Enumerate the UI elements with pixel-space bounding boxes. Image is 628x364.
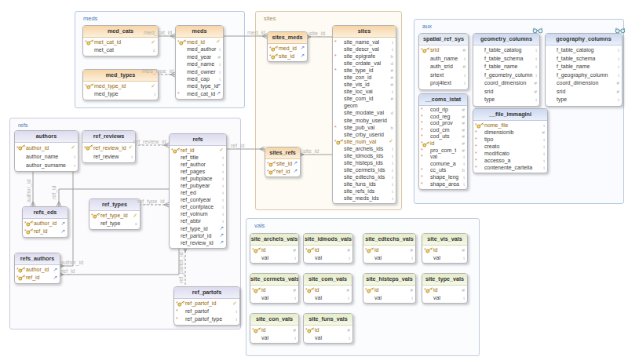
field-row-geometry_columns-type[interactable]: typet bbox=[473, 96, 539, 104]
table-ref_reviews[interactable]: ref_reviews*ref_review_id✓ref_reviewt bbox=[82, 130, 136, 163]
field-row-sites-site_modate_val[interactable]: site_modate_vald bbox=[333, 109, 396, 116]
table-header-refs_authors[interactable]: refs_authors bbox=[15, 253, 60, 265]
field-row-sites-site_cermets_ids[interactable]: site_cermets_idst bbox=[333, 166, 396, 173]
table-ref_types[interactable]: ref_types*ref_type_id✓ref_typec bbox=[89, 198, 141, 230]
field-row-__coms_istat-id[interactable]: *id# bbox=[419, 140, 467, 147]
field-row-refs-ref_pages[interactable]: ref_pagest bbox=[170, 168, 226, 175]
field-row-sites-site_histeps_ids[interactable]: site_histeps_idst bbox=[333, 159, 396, 166]
field-row-site_type_vals-id[interactable]: *id# bbox=[422, 286, 467, 294]
field-row-site_funs_vals-val[interactable]: valt bbox=[304, 334, 352, 342]
table-header-site_con_vals[interactable]: site_con_vals bbox=[250, 314, 298, 326]
field-row-site_archels_vals-val[interactable]: valt bbox=[250, 254, 298, 262]
table-site_funs_vals[interactable]: site_funs_vals*id#valt bbox=[303, 313, 353, 344]
field-row-sites-site_edtechs_ids[interactable]: site_edtechs_idst bbox=[333, 173, 396, 180]
field-row-__coms_istat-val[interactable]: *valt bbox=[419, 154, 467, 161]
table-header-spatial_ref_sys[interactable]: spatial_ref_sys bbox=[419, 34, 468, 46]
field-row-__file_immagini-tipo[interactable]: *tipot bbox=[473, 136, 547, 143]
field-row-refs-ref_title[interactable]: ref_titlet bbox=[170, 154, 226, 161]
field-row-__coms_istat-cod_prov[interactable]: *cod_prov# bbox=[419, 120, 467, 127]
field-row-sites-site_vis_id[interactable]: site_vis_id# bbox=[333, 81, 396, 88]
field-row-site_archels_vals-id[interactable]: *id# bbox=[250, 246, 298, 254]
field-row-refs_authors-author_id[interactable]: *author_id↗ bbox=[15, 266, 60, 274]
field-row-refs-ref_type_id[interactable]: ref_type_id↗ bbox=[170, 225, 226, 232]
table-header-refs_eds[interactable]: refs_eds bbox=[23, 207, 68, 219]
field-row-geography_columns-f_table_name[interactable]: f_table_namet bbox=[546, 63, 622, 71]
field-row-__file_immagini-nome_file[interactable]: *nome_filet bbox=[473, 122, 547, 129]
field-row-site_histeps_vals-id[interactable]: *id# bbox=[363, 286, 415, 294]
field-row-sites_meds-site_id[interactable]: *site_id↗ bbox=[268, 53, 307, 60]
field-row-__coms_istat-comune_a[interactable]: comune_at bbox=[419, 161, 467, 168]
field-row-site_con_vals-id[interactable]: *id# bbox=[250, 326, 298, 334]
table-sites_refs[interactable]: sites_refs*site_id↗*ref_id↗ bbox=[265, 147, 301, 177]
field-row-spatial_ref_sys-proj4text[interactable]: proj4textt bbox=[419, 79, 468, 88]
field-row-sites-site_name_val[interactable]: *site_name_valt bbox=[333, 38, 396, 46]
field-row-sites-site_meds_ids[interactable]: site_meds_idst bbox=[333, 195, 396, 202]
field-row-meds-med_author[interactable]: med_authort bbox=[176, 46, 223, 53]
table-header-site_vis_vals[interactable]: site_vis_vals bbox=[422, 234, 467, 246]
field-row-sites-site_type_id[interactable]: *site_type_id# bbox=[333, 67, 396, 74]
field-row-meds-med_owner[interactable]: med_ownert bbox=[176, 68, 223, 75]
field-row-__coms_istat-pro_com_t[interactable]: *pro_com_t# bbox=[419, 147, 467, 155]
field-row-site_histeps_vals-val[interactable]: valt bbox=[363, 294, 415, 302]
field-row-sites-site_num_val[interactable]: *site_num_val✓ bbox=[333, 138, 396, 145]
field-row-refs-ref_pubplace[interactable]: ref_pubplacet bbox=[170, 175, 226, 182]
table-__coms_istat[interactable]: __coms_istat*cod_rip#*cod_reg#*cod_prov#… bbox=[418, 93, 468, 190]
field-row-refs_eds-ref_id[interactable]: *ref_id↗ bbox=[23, 228, 68, 235]
table-header-geography_columns[interactable]: geography_columns bbox=[546, 34, 622, 46]
field-row-site_com_vals-id[interactable]: *id# bbox=[304, 286, 352, 294]
field-row-ref_partofs-ref_partof_type[interactable]: *ref_partof_typet bbox=[174, 315, 239, 323]
field-row-refs-ref_id[interactable]: *ref_id✓ bbox=[170, 147, 226, 154]
field-row-refs-ref_abbr[interactable]: ref_abbrt bbox=[170, 217, 226, 224]
table-header-site_archels_vals[interactable]: site_archels_vals bbox=[250, 234, 298, 246]
field-row-ref_reviews-ref_review_id[interactable]: *ref_review_id✓ bbox=[82, 144, 135, 152]
field-row-site_vis_vals-id[interactable]: *id# bbox=[422, 246, 467, 254]
table-refs[interactable]: refs*ref_id✓ref_titletref_authortref_pag… bbox=[169, 133, 227, 249]
field-row-site_vis_vals-val[interactable]: valt bbox=[422, 254, 467, 262]
table-geography_columns[interactable]: geography_columnsf_table_catalogtf_table… bbox=[545, 33, 623, 107]
field-row-__file_immagini-accesso_a[interactable]: *accesso_at bbox=[473, 157, 547, 164]
table-header-__coms_istat[interactable]: __coms_istat bbox=[419, 94, 467, 106]
field-row-sites_refs-ref_id[interactable]: *ref_id↗ bbox=[265, 168, 300, 176]
field-row-refs-ref_confyear[interactable]: ref_confyeart bbox=[170, 196, 226, 203]
table-authors[interactable]: authors*author_id✓author_nametauthor_sur… bbox=[14, 130, 78, 172]
table-header-site_histeps_vals[interactable]: site_histeps_vals bbox=[363, 274, 415, 286]
field-row-geography_columns-srid[interactable]: srid# bbox=[546, 88, 622, 96]
field-row-refs-ref_author[interactable]: ref_authort bbox=[170, 161, 226, 168]
field-row-site_funs_vals-id[interactable]: *id# bbox=[304, 326, 352, 334]
field-row-ref_types-ref_type_id[interactable]: *ref_type_id✓ bbox=[89, 212, 140, 220]
field-row-spatial_ref_sys-auth_srid[interactable]: auth_srid# bbox=[419, 63, 468, 71]
table-header-ref_types[interactable]: ref_types bbox=[89, 199, 140, 211]
table-header-meds[interactable]: meds bbox=[176, 26, 223, 38]
table-header-__file_immagini[interactable]: __file_immagini bbox=[473, 109, 547, 121]
field-row-meds-med_id[interactable]: *med_id✓ bbox=[176, 38, 223, 46]
field-row-sites_refs-site_id[interactable]: *site_id↗ bbox=[265, 160, 300, 168]
table-med_types[interactable]: med_types*med_type_id✓med_typet bbox=[82, 69, 159, 100]
field-row-sites-site_idmods_ids[interactable]: site_idmods_idst bbox=[333, 152, 396, 159]
field-row-site_idmods_vals-val[interactable]: valt bbox=[304, 254, 352, 262]
field-row-meds-med_cat_id[interactable]: *med_cat_id↗ bbox=[176, 90, 223, 97]
field-row-refs-ref_review_id[interactable]: ref_review_id↗ bbox=[170, 239, 226, 246]
field-row-sites-site_con_id[interactable]: site_con_id# bbox=[333, 74, 396, 81]
field-row-refs_eds-author_id[interactable]: *author_id↗ bbox=[23, 220, 68, 228]
field-row-med_types-med_type[interactable]: med_typet bbox=[83, 90, 158, 98]
field-row-ref_partofs-ref_partof_id[interactable]: *ref_partof_id✓ bbox=[174, 300, 239, 308]
table-header-ref_reviews[interactable]: ref_reviews bbox=[82, 131, 135, 143]
field-row-__file_immagini-dimensionib[interactable]: *dimensionib# bbox=[473, 129, 547, 136]
table-refs_eds[interactable]: refs_eds*author_id↗*ref_id↗ bbox=[22, 206, 68, 238]
field-row-meds-med_type_id[interactable]: med_type_id↗ bbox=[176, 82, 223, 89]
field-row-med_types-med_type_id[interactable]: *med_type_id✓ bbox=[83, 82, 158, 90]
field-row-geography_columns-f_table_schema[interactable]: f_table_schemat bbox=[546, 55, 622, 64]
field-row-site_com_vals-val[interactable]: valt bbox=[304, 294, 352, 302]
field-row-authors-author_name[interactable]: author_namet bbox=[15, 152, 78, 161]
table-header-geometry_columns[interactable]: geometry_columns bbox=[473, 34, 539, 46]
field-row-refs-ref_confplace[interactable]: ref_confplacet bbox=[170, 203, 226, 210]
field-row-sites-site_archels_ids[interactable]: site_archels_idst bbox=[333, 145, 396, 152]
table-site_cermets_vals[interactable]: site_cermets_vals*id#valt bbox=[250, 273, 299, 304]
field-row-__file_immagini-modificato[interactable]: *modificatot bbox=[473, 150, 547, 157]
field-row-sites-site_descr_val[interactable]: site_descr_valt bbox=[333, 46, 396, 53]
table-header-refs[interactable]: refs bbox=[170, 134, 226, 146]
field-row-sites-site_crby_userid[interactable]: site_crby_userid bbox=[333, 131, 396, 138]
table-refs_authors[interactable]: refs_authors*author_id↗*ref_id↗ bbox=[14, 253, 60, 284]
field-row-sites-site_pub_val[interactable]: *site_pub_valb bbox=[333, 124, 396, 131]
field-row-sites-site_moby_userid[interactable]: site_moby_userid bbox=[333, 117, 396, 124]
